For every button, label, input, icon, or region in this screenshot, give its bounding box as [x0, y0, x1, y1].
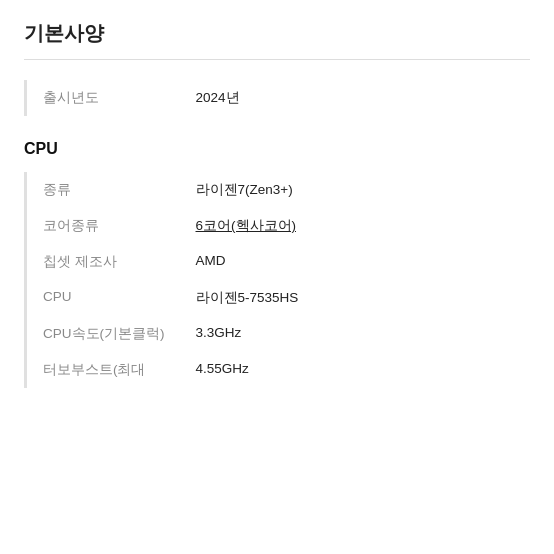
- table-row: CPU속도(기본클럭) 3.3GHz: [26, 316, 529, 352]
- spec-label-release-year: 출시년도: [26, 80, 186, 116]
- spec-label-cpu-type: 종류: [26, 172, 186, 208]
- table-row: 출시년도 2024년: [26, 80, 531, 116]
- page-top-title: 기본사양: [24, 20, 530, 47]
- spec-label-cpu-speed: CPU속도(기본클럭): [26, 316, 186, 352]
- basic-spec-table: 출시년도 2024년: [24, 80, 530, 116]
- spec-value-core-type[interactable]: 6코어(헥사코어): [186, 208, 529, 244]
- spec-value-cpu-type: 라이젠7(Zen3+): [186, 172, 529, 208]
- spec-value-cpu-model: 라이젠5-7535HS: [186, 280, 529, 316]
- spec-value-chipset: AMD: [186, 244, 529, 280]
- table-row: 칩셋 제조사 AMD: [26, 244, 529, 280]
- basic-spec-section: 출시년도 2024년: [24, 80, 530, 116]
- spec-value-release-year: 2024년: [186, 80, 531, 116]
- table-row: CPU 라이젠5-7535HS: [26, 280, 529, 316]
- spec-value-turbo-boost: 4.55GHz: [186, 352, 529, 388]
- page-container: 기본사양 출시년도 2024년 CPU 종류 라이젠7(Zen3+) 코어종류: [0, 0, 554, 432]
- core-type-link[interactable]: 6코어(헥사코어): [196, 218, 297, 233]
- spec-label-core-type: 코어종류: [26, 208, 186, 244]
- cpu-section-title: CPU: [24, 140, 530, 158]
- table-row: 코어종류 6코어(헥사코어): [26, 208, 529, 244]
- spec-label-turbo-boost: 터보부스트(최대: [26, 352, 186, 388]
- spec-label-cpu-model: CPU: [26, 280, 186, 316]
- spec-value-cpu-speed: 3.3GHz: [186, 316, 529, 352]
- cpu-spec-table: 종류 라이젠7(Zen3+) 코어종류 6코어(헥사코어) 칩셋 제조사 AMD…: [24, 172, 530, 388]
- table-row: 종류 라이젠7(Zen3+): [26, 172, 529, 208]
- table-row: 터보부스트(최대 4.55GHz: [26, 352, 529, 388]
- section-divider: [24, 59, 530, 60]
- spec-label-chipset: 칩셋 제조사: [26, 244, 186, 280]
